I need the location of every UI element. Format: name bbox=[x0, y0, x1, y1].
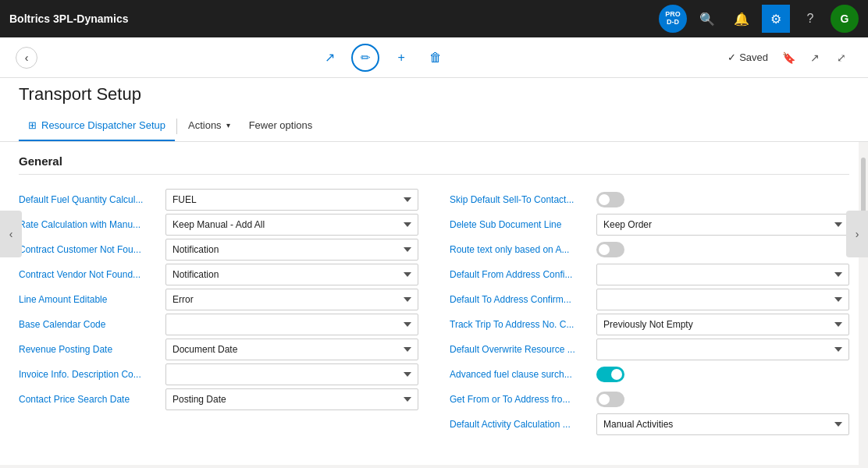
field-invoice-info: Invoice Info. Description Co... bbox=[19, 362, 418, 387]
page-title-bar: Transport Setup bbox=[0, 78, 868, 111]
field-track-trip: Track Trip To Address No. C... Previousl… bbox=[450, 312, 849, 337]
main-content: General Default Fuel Quantity Calcul... … bbox=[0, 142, 868, 465]
field-delete-sub: Delete Sub Document Line Keep Order bbox=[450, 212, 849, 237]
saved-text: Saved bbox=[739, 51, 768, 63]
field-label-default-to[interactable]: Default To Address Confirm... bbox=[450, 294, 590, 305]
field-default-activity: Default Activity Calculation ... Manual … bbox=[450, 412, 849, 437]
field-label-default-from[interactable]: Default From Address Confi... bbox=[450, 269, 590, 280]
field-label-contract-customer[interactable]: Contract Customer Not Fou... bbox=[19, 244, 159, 255]
side-nav-left-button[interactable]: ‹ bbox=[0, 211, 22, 257]
field-get-from: Get From or To Address fro... bbox=[450, 387, 849, 412]
field-label-delete-sub[interactable]: Delete Sub Document Line bbox=[450, 219, 590, 230]
field-select-rate-calc[interactable]: Keep Manual - Add All bbox=[165, 214, 418, 236]
field-default-fuel: Default Fuel Quantity Calcul... FUEL bbox=[19, 187, 418, 212]
user-initial: G bbox=[841, 12, 849, 25]
saved-status: ✓ Saved bbox=[727, 51, 768, 63]
field-select-contract-vendor[interactable]: Notification bbox=[165, 264, 418, 285]
add-button[interactable]: + bbox=[389, 45, 414, 70]
field-select-default-fuel[interactable]: FUEL bbox=[165, 189, 418, 211]
field-select-base-calendar[interactable] bbox=[165, 314, 418, 335]
field-label-default-activity[interactable]: Default Activity Calculation ... bbox=[450, 419, 590, 430]
bookmark-button[interactable]: 🔖 bbox=[777, 47, 799, 69]
submenu-resource-dispatcher[interactable]: ⊞ Resource Dispatcher Setup bbox=[19, 111, 175, 141]
right-fields-column: Skip Default Sell-To Contact... Delete S… bbox=[450, 187, 849, 437]
field-select-default-activity[interactable]: Manual Activities bbox=[596, 413, 849, 435]
check-icon: ✓ bbox=[727, 51, 736, 63]
action-center: ↗ ✏ + 🗑 bbox=[47, 44, 718, 72]
submenu-fewer-options[interactable]: Fewer options bbox=[240, 111, 322, 141]
field-select-revenue-posting[interactable]: Document Date bbox=[165, 339, 418, 360]
field-label-track-trip[interactable]: Track Trip To Address No. C... bbox=[450, 319, 590, 330]
field-skip-default: Skip Default Sell-To Contact... bbox=[450, 187, 849, 212]
field-select-line-amount[interactable]: Error bbox=[165, 289, 418, 310]
field-rate-calc: Rate Calculation with Manu... Keep Manua… bbox=[19, 212, 418, 237]
field-label-advanced-fuel[interactable]: Advanced fuel clause surch... bbox=[450, 369, 590, 380]
actions-label: Actions bbox=[188, 119, 222, 131]
field-revenue-posting: Revenue Posting Date Document Date bbox=[19, 337, 418, 362]
left-fields-column: Default Fuel Quantity Calcul... FUEL Rat… bbox=[19, 187, 418, 437]
field-label-rate-calc[interactable]: Rate Calculation with Manu... bbox=[19, 219, 159, 230]
brand-label: Boltrics 3PL-Dynamics bbox=[9, 12, 653, 25]
field-select-contact-price[interactable]: Posting Date bbox=[165, 388, 418, 410]
field-select-default-from[interactable] bbox=[596, 264, 849, 285]
toggle-advanced-fuel-wrapper bbox=[596, 367, 624, 382]
submenu-actions[interactable]: Actions ▾ bbox=[179, 111, 240, 141]
field-label-base-calendar[interactable]: Base Calendar Code bbox=[19, 319, 159, 330]
field-label-contact-price[interactable]: Contact Price Search Date bbox=[19, 394, 159, 405]
field-contract-customer: Contract Customer Not Fou... Notificatio… bbox=[19, 237, 418, 262]
share2-button[interactable]: ↗ bbox=[804, 47, 826, 69]
submenu-divider bbox=[176, 119, 177, 134]
field-label-default-overwrite[interactable]: Default Overwrite Resource ... bbox=[450, 344, 590, 355]
notification-button[interactable]: 🔔 bbox=[727, 5, 756, 33]
help-button[interactable]: ? bbox=[796, 5, 824, 33]
field-label-line-amount[interactable]: Line Amount Editable bbox=[19, 294, 159, 305]
toggle-skip-default-wrapper bbox=[596, 192, 624, 207]
field-default-from: Default From Address Confi... bbox=[450, 262, 849, 287]
toggle-get-from[interactable] bbox=[596, 392, 624, 407]
action-bar: ‹ ↗ ✏ + 🗑 ✓ Saved 🔖 ↗ ⤢ bbox=[0, 37, 868, 78]
field-contract-vendor: Contract Vendor Not Found... Notificatio… bbox=[19, 262, 418, 287]
expand-button[interactable]: ⤢ bbox=[831, 47, 852, 69]
submenu-bar: ⊞ Resource Dispatcher Setup Actions ▾ Fe… bbox=[0, 111, 868, 142]
field-label-get-from[interactable]: Get From or To Address fro... bbox=[450, 394, 590, 405]
field-label-contract-vendor[interactable]: Contract Vendor Not Found... bbox=[19, 269, 159, 280]
field-contact-price: Contact Price Search Date Posting Date bbox=[19, 387, 418, 412]
resource-dispatcher-label: Resource Dispatcher Setup bbox=[41, 119, 165, 131]
field-select-default-overwrite[interactable] bbox=[596, 339, 849, 360]
action-right: 🔖 ↗ ⤢ bbox=[777, 47, 852, 69]
field-label-invoice-info[interactable]: Invoice Info. Description Co... bbox=[19, 369, 159, 380]
toggle-skip-default[interactable] bbox=[596, 192, 624, 207]
page-title: Transport Setup bbox=[19, 84, 849, 111]
field-label-route-text[interactable]: Route text only based on A... bbox=[450, 244, 590, 255]
field-select-default-to[interactable] bbox=[596, 289, 849, 310]
toggle-route-text-wrapper bbox=[596, 242, 624, 257]
field-label-revenue-posting[interactable]: Revenue Posting Date bbox=[19, 344, 159, 355]
share-button[interactable]: ↗ bbox=[317, 45, 342, 70]
pro-label: PROD-D bbox=[665, 11, 681, 27]
field-label-default-fuel[interactable]: Default Fuel Quantity Calcul... bbox=[19, 194, 159, 205]
field-select-invoice-info[interactable] bbox=[165, 363, 418, 385]
side-nav-right-button[interactable]: › bbox=[846, 211, 868, 257]
fields-grid: Default Fuel Quantity Calcul... FUEL Rat… bbox=[19, 187, 849, 437]
settings-button[interactable]: ⚙ bbox=[762, 5, 790, 33]
delete-button[interactable]: 🗑 bbox=[423, 45, 448, 70]
section-title: General bbox=[19, 154, 849, 175]
pro-avatar[interactable]: PROD-D bbox=[659, 5, 687, 33]
field-select-delete-sub[interactable]: Keep Order bbox=[596, 214, 849, 236]
topbar: Boltrics 3PL-Dynamics PROD-D 🔍 🔔 ⚙ ? G bbox=[0, 0, 868, 37]
actions-dropdown-icon: ▾ bbox=[226, 121, 230, 129]
toggle-route-text[interactable] bbox=[596, 242, 624, 257]
field-select-contract-customer[interactable]: Notification bbox=[165, 239, 418, 261]
search-button[interactable]: 🔍 bbox=[693, 5, 721, 33]
field-label-skip-default[interactable]: Skip Default Sell-To Contact... bbox=[450, 194, 590, 205]
edit-button[interactable]: ✏ bbox=[351, 44, 379, 72]
fewer-options-label: Fewer options bbox=[249, 119, 313, 131]
field-select-track-trip[interactable]: Previously Not Empty bbox=[596, 314, 849, 335]
table-icon: ⊞ bbox=[28, 119, 37, 131]
field-base-calendar: Base Calendar Code bbox=[19, 312, 418, 337]
toggle-advanced-fuel[interactable] bbox=[596, 367, 624, 382]
user-avatar[interactable]: G bbox=[831, 5, 859, 33]
back-button[interactable]: ‹ bbox=[16, 47, 37, 69]
field-route-text: Route text only based on A... bbox=[450, 237, 849, 262]
scroll-indicator[interactable] bbox=[859, 142, 868, 465]
